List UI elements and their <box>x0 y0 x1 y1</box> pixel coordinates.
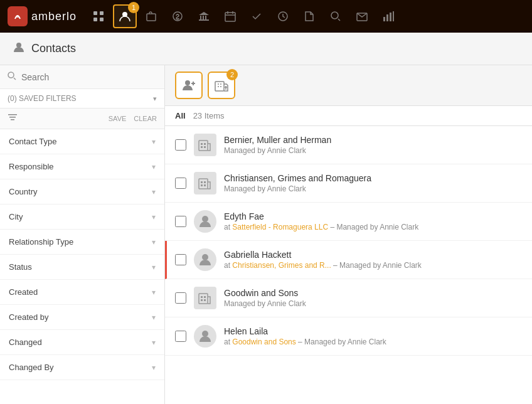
filter-icon <box>8 112 18 125</box>
filter-label: Responsible <box>9 162 54 171</box>
add-person-button[interactable] <box>175 72 203 99</box>
svg-rect-3 <box>93 18 97 21</box>
svg-rect-6 <box>147 14 156 21</box>
page-layout: Contacts (0) SAVED FILTERS ▾ <box>0 33 532 404</box>
filter-label: Created <box>9 287 38 297</box>
svg-rect-1 <box>93 11 97 15</box>
contact-item[interactable]: Edyth Fae at Satterfield - Romaguera LLC… <box>165 203 532 241</box>
svg-rect-13 <box>386 14 388 21</box>
saved-filters-chevron: ▾ <box>153 95 157 103</box>
contact-sub: at Satterfield - Romaguera LLC – Managed… <box>224 223 522 231</box>
svg-rect-19 <box>9 117 16 118</box>
contact-sub: at Christiansen, Grimes and R... – Manag… <box>224 261 522 270</box>
search-input[interactable] <box>21 72 157 82</box>
filter-label: Country <box>9 187 38 196</box>
filter-item-changed-by[interactable]: Changed By ▾ <box>0 355 164 380</box>
filter-chevron: ▾ <box>152 162 156 171</box>
svg-rect-35 <box>199 294 208 304</box>
filter-chevron: ▾ <box>152 238 156 247</box>
contact-checkbox[interactable] <box>175 178 186 189</box>
contact-item[interactable]: Helen Laila at Goodwin and Sons – Manage… <box>165 317 532 356</box>
contact-sub: Managed by Annie Clark <box>224 299 522 308</box>
contact-item[interactable]: Christiansen, Grimes and Romaguera Manag… <box>165 164 532 203</box>
tab-all[interactable]: All <box>175 111 186 120</box>
contact-link[interactable]: Goodwin and Sons <box>232 338 295 346</box>
svg-point-17 <box>8 72 14 78</box>
contacts-list: Bernier, Muller and Herman Managed by An… <box>165 126 532 404</box>
nav-icon-bank[interactable] <box>192 4 216 28</box>
filter-chevron: ▾ <box>152 263 156 272</box>
clear-filter-button[interactable]: CLEAR <box>134 115 157 122</box>
page-header-icon <box>13 41 25 56</box>
contact-name: Helen Laila <box>224 326 522 336</box>
contact-link[interactable]: Satterfield - Romaguera LLC <box>232 223 328 231</box>
nav-contacts-badge: 1 <box>128 2 139 13</box>
contact-checkbox[interactable] <box>175 292 186 304</box>
contact-link[interactable]: Christiansen, Grimes and R... <box>232 261 331 270</box>
filter-item-created-by[interactable]: Created by ▾ <box>0 305 164 330</box>
svg-rect-32 <box>204 184 206 186</box>
search-icon <box>8 72 16 82</box>
svg-point-33 <box>202 216 208 222</box>
contact-info: Bernier, Muller and Herman Managed by An… <box>224 135 522 155</box>
svg-rect-27 <box>204 146 206 148</box>
filter-item-responsible[interactable]: Responsible ▾ <box>0 154 164 179</box>
nav-icon-files[interactable] <box>297 4 321 28</box>
app-logo: amberlo <box>8 6 77 26</box>
contact-item[interactable]: Goodwin and Sons Managed by Annie Clark <box>165 279 532 317</box>
contact-item[interactable]: Gabriella Hackett at Christiansen, Grime… <box>165 241 532 279</box>
filter-item-country[interactable]: Country ▾ <box>0 179 164 205</box>
nav-icon-calendar[interactable] <box>218 4 242 28</box>
nav-icon-contacts[interactable]: 1 <box>113 4 137 28</box>
contact-info: Gabriella Hackett at Christiansen, Grime… <box>224 250 522 270</box>
svg-rect-8 <box>225 13 235 21</box>
contact-name: Christiansen, Grimes and Romaguera <box>224 173 522 183</box>
filter-item-relationship-type[interactable]: Relationship Type ▾ <box>0 230 164 255</box>
contact-checkbox[interactable] <box>175 254 186 265</box>
svg-rect-26 <box>201 146 203 148</box>
svg-rect-22 <box>215 82 224 91</box>
nav-icon-grid[interactable] <box>87 4 110 28</box>
contact-sub: Managed by Annie Clark <box>224 184 522 193</box>
add-company-button[interactable]: 2 <box>208 72 235 99</box>
nav-icon-tasks[interactable] <box>245 4 269 28</box>
contacts-header: All 23 Items <box>165 106 532 126</box>
filter-label: Changed By <box>9 363 54 372</box>
filter-chevron: ▾ <box>152 137 156 146</box>
contact-checkbox[interactable] <box>175 216 186 227</box>
svg-rect-15 <box>393 11 394 21</box>
contact-checkbox[interactable] <box>175 331 186 342</box>
saved-filters[interactable]: (0) SAVED FILTERS ▾ <box>0 89 164 109</box>
nav-icon-search[interactable] <box>324 4 348 28</box>
contact-avatar <box>194 172 216 194</box>
svg-rect-30 <box>204 181 206 183</box>
sidebar: (0) SAVED FILTERS ▾ SAVE CLEAR <box>0 65 165 404</box>
contact-name: Bernier, Muller and Herman <box>224 135 522 145</box>
filter-chevron: ▾ <box>152 213 156 221</box>
nav-icon-time[interactable] <box>271 4 295 28</box>
svg-rect-39 <box>204 299 206 301</box>
filter-buttons: SAVE CLEAR <box>109 115 157 122</box>
save-filter-button[interactable]: SAVE <box>109 115 127 122</box>
add-company-badge: 2 <box>226 69 238 80</box>
svg-rect-23 <box>199 141 208 151</box>
nav-icon-mail[interactable] <box>350 4 374 28</box>
nav-icon-cases[interactable] <box>139 4 163 28</box>
filter-label: Relationship Type <box>9 237 73 247</box>
filter-item-created[interactable]: Created ▾ <box>0 280 164 305</box>
contact-item[interactable]: Bernier, Muller and Herman Managed by An… <box>165 126 532 164</box>
nav-icon-billing[interactable] <box>166 4 189 28</box>
filter-item-changed[interactable]: Changed ▾ <box>0 330 164 355</box>
filter-item-city[interactable]: City ▾ <box>0 205 164 230</box>
filter-chevron: ▾ <box>152 188 156 196</box>
nav-icon-reports[interactable] <box>376 4 400 28</box>
filter-item-contact-type[interactable]: Contact Type ▾ <box>0 129 164 154</box>
contact-sub: Managed by Annie Clark <box>224 146 522 155</box>
svg-rect-38 <box>201 299 203 301</box>
search-box <box>0 65 164 89</box>
contact-info: Helen Laila at Goodwin and Sons – Manage… <box>224 326 522 346</box>
contact-checkbox[interactable] <box>175 139 186 151</box>
svg-rect-12 <box>383 17 385 21</box>
filter-item-status[interactable]: Status ▾ <box>0 255 164 280</box>
svg-rect-37 <box>204 296 206 298</box>
